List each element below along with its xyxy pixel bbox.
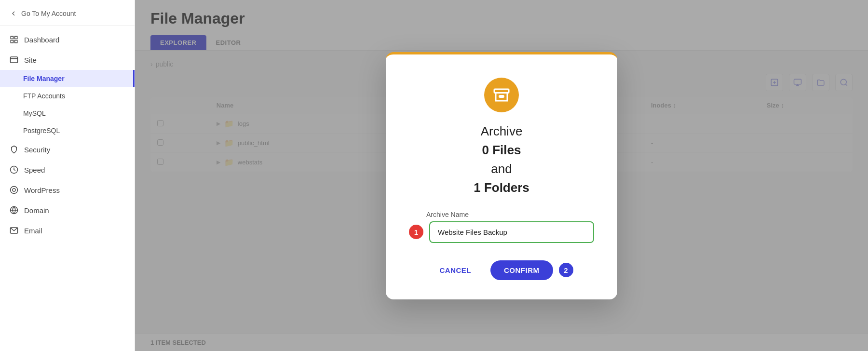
archive-icon xyxy=(493,86,510,104)
svg-rect-20 xyxy=(494,89,509,93)
confirm-button[interactable]: CONFIRM xyxy=(490,260,553,280)
archive-modal: Archive 0 Files and 1 Folders Archive Na… xyxy=(386,52,617,299)
step2-circle: 2 xyxy=(559,263,573,277)
svg-point-7 xyxy=(11,187,18,194)
sidebar-label-site: Site xyxy=(24,56,37,64)
sidebar-item-speed[interactable]: Speed xyxy=(0,160,135,180)
dashboard-icon xyxy=(10,35,18,44)
sidebar-label-wordpress: WordPress xyxy=(24,186,60,194)
sidebar-nav: Dashboard Site File Manager FTP Accounts… xyxy=(0,26,135,351)
step1-number: 1 xyxy=(414,228,418,236)
modal-actions: CANCEL CONFIRM 2 xyxy=(409,260,594,280)
arrow-left-icon xyxy=(10,10,17,17)
svg-rect-3 xyxy=(15,40,17,43)
svg-rect-21 xyxy=(500,95,504,97)
sidebar-item-email[interactable]: Email xyxy=(0,220,135,241)
title-files: 0 Files xyxy=(482,143,521,157)
sidebar-label-speed: Speed xyxy=(24,166,45,174)
sidebar-label-dashboard: Dashboard xyxy=(24,36,59,44)
sidebar-item-file-manager[interactable]: File Manager xyxy=(0,70,135,87)
sidebar-item-wordpress[interactable]: WordPress xyxy=(0,180,135,200)
step1-circle: 1 xyxy=(409,225,423,239)
sidebar-label-pg: PostgreSQL xyxy=(23,127,60,135)
modal-overlay: Archive 0 Files and 1 Folders Archive Na… xyxy=(135,0,868,351)
sidebar-label-domain: Domain xyxy=(24,206,49,215)
site-icon xyxy=(10,55,18,64)
sidebar-label-file-manager: File Manager xyxy=(23,75,65,82)
sidebar: Go To My Account Dashboard Site File Man… xyxy=(0,0,135,351)
speed-icon xyxy=(10,165,18,174)
title-archive: Archive xyxy=(481,124,523,138)
title-and: and xyxy=(491,162,512,176)
title-folders: 1 Folders xyxy=(474,180,529,195)
sidebar-item-security[interactable]: Security xyxy=(0,139,135,160)
svg-rect-1 xyxy=(15,36,17,39)
modal-title: Archive 0 Files and 1 Folders xyxy=(474,122,529,197)
security-icon xyxy=(10,145,18,154)
svg-rect-4 xyxy=(11,57,18,63)
email-icon xyxy=(10,226,18,235)
sidebar-label-ftp: FTP Accounts xyxy=(23,92,65,100)
sidebar-item-postgresql[interactable]: PostgreSQL xyxy=(0,122,135,139)
archive-name-label: Archive Name xyxy=(426,211,469,218)
sidebar-item-ftp-accounts[interactable]: FTP Accounts xyxy=(0,87,135,105)
svg-rect-0 xyxy=(11,36,13,39)
step2-number: 2 xyxy=(564,266,568,274)
archive-input-row: 1 xyxy=(409,221,594,243)
archive-name-input[interactable] xyxy=(429,221,594,243)
modal-icon-container xyxy=(484,78,519,112)
sidebar-item-dashboard[interactable]: Dashboard xyxy=(0,29,135,50)
back-to-account[interactable]: Go To My Account xyxy=(0,0,135,26)
confirm-row: CONFIRM 2 xyxy=(490,260,573,280)
cancel-button[interactable]: CANCEL xyxy=(430,261,481,279)
domain-icon xyxy=(10,206,18,215)
back-label: Go To My Account xyxy=(21,10,76,17)
svg-rect-2 xyxy=(11,40,13,43)
main-content: File Manager EXPLORER EDITOR › public xyxy=(135,0,868,351)
sidebar-label-security: Security xyxy=(24,146,50,154)
sidebar-item-domain[interactable]: Domain xyxy=(0,200,135,220)
sidebar-item-mysql[interactable]: MySQL xyxy=(0,105,135,122)
sidebar-label-mysql: MySQL xyxy=(23,109,46,117)
sidebar-label-email: Email xyxy=(24,227,42,235)
svg-point-8 xyxy=(13,189,15,191)
wordpress-icon xyxy=(10,186,18,194)
sidebar-item-site[interactable]: Site xyxy=(0,50,135,70)
